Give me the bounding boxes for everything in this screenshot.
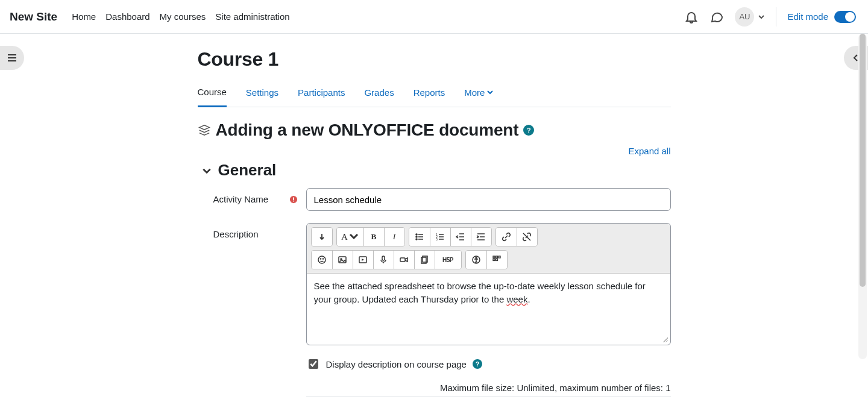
indent-icon[interactable] <box>471 228 491 246</box>
tab-grades[interactable]: Grades <box>364 80 394 107</box>
tab-participants[interactable]: Participants <box>298 80 345 107</box>
svg-point-27 <box>322 259 323 259</box>
site-brand[interactable]: New Site <box>10 10 57 24</box>
description-label-col: Description <box>198 223 306 397</box>
svg-rect-41 <box>493 259 495 261</box>
chevron-down-icon <box>487 89 493 95</box>
svg-text:3: 3 <box>436 237 438 241</box>
nav-divider <box>776 7 776 27</box>
svg-rect-4 <box>293 198 294 200</box>
activity-name-label-col: Activity Name <box>198 188 306 211</box>
edit-mode-toggle[interactable] <box>834 11 856 23</box>
record-video-icon[interactable] <box>394 251 414 269</box>
editor-resize-handle[interactable] <box>307 337 670 345</box>
numbered-list-icon[interactable]: 123 <box>430 228 450 246</box>
activity-type-icon <box>198 124 211 137</box>
nav-home[interactable]: Home <box>72 11 96 22</box>
user-avatar: AU <box>735 7 754 27</box>
description-label: Description <box>213 229 259 239</box>
emoji-icon[interactable] <box>312 251 332 269</box>
expand-all-row: Expand all <box>198 146 671 156</box>
paragraph-style-icon[interactable]: A <box>337 228 363 246</box>
manage-files-icon[interactable] <box>414 251 435 269</box>
page-body: Course 1 Course Settings Participants Gr… <box>0 34 868 414</box>
messages-icon[interactable] <box>709 10 724 24</box>
svg-line-24 <box>523 233 530 240</box>
description-text-spellerr: week <box>506 294 527 304</box>
activity-name-input-col <box>306 188 671 211</box>
svg-rect-39 <box>496 256 498 258</box>
outdent-icon[interactable] <box>450 228 471 246</box>
chevron-down-icon <box>758 13 765 20</box>
svg-point-26 <box>320 259 321 259</box>
nav-right: AU Edit mode <box>684 7 856 27</box>
media-icon[interactable] <box>353 251 373 269</box>
tab-reports[interactable]: Reports <box>414 80 445 107</box>
rich-text-editor: A B I 123 <box>306 223 671 345</box>
course-tabs: Course Settings Participants Grades Repo… <box>198 80 671 107</box>
accessibility-checker-icon[interactable] <box>466 251 486 269</box>
form-heading: Adding a new ONLYOFFICE document ? <box>198 121 671 140</box>
tab-more[interactable]: More <box>464 80 493 107</box>
primary-nav: Home Dashboard My courses Site administr… <box>72 11 290 22</box>
link-icon[interactable] <box>496 228 517 246</box>
notifications-icon[interactable] <box>684 10 699 24</box>
italic-icon[interactable]: I <box>384 228 404 246</box>
activity-name-input[interactable] <box>306 188 671 211</box>
svg-point-37 <box>476 257 477 259</box>
expand-all-link[interactable]: Expand all <box>628 146 670 156</box>
svg-rect-40 <box>498 256 500 258</box>
help-icon[interactable]: ? <box>473 359 482 369</box>
description-textarea[interactable]: See the attached spreadsheet to browse t… <box>307 274 670 337</box>
svg-point-10 <box>416 239 417 240</box>
description-text-suffix: . <box>527 294 530 304</box>
bold-icon[interactable]: B <box>363 228 384 246</box>
tab-settings[interactable]: Settings <box>246 80 278 107</box>
main-container: Course 1 Course Settings Participants Gr… <box>198 34 671 397</box>
toolbar-toggle-icon[interactable] <box>312 228 332 246</box>
display-description-row: Display description on course page ? <box>306 357 671 371</box>
svg-rect-38 <box>493 256 495 258</box>
h5p-icon[interactable]: H5P <box>435 251 461 269</box>
nav-dashboard[interactable]: Dashboard <box>105 11 149 22</box>
display-description-checkbox[interactable] <box>309 359 318 369</box>
bullet-list-icon[interactable] <box>409 228 430 246</box>
section-general-header[interactable]: General <box>198 161 671 180</box>
section-general-title: General <box>218 161 277 180</box>
edit-mode-label: Edit mode <box>787 11 828 22</box>
screen-reader-helper-icon[interactable] <box>486 251 507 269</box>
record-audio-icon[interactable] <box>373 251 394 269</box>
svg-point-8 <box>416 236 417 237</box>
file-upload-hint: Maximum file size: Unlimited, maximum nu… <box>306 383 671 397</box>
display-description-label: Display description on course page <box>326 359 467 369</box>
top-navbar: New Site Home Dashboard My courses Site … <box>0 0 868 34</box>
edit-mode-control: Edit mode <box>787 11 856 23</box>
description-text-prefix: See the attached spreadsheet to browse t… <box>314 281 646 304</box>
user-menu[interactable]: AU <box>735 7 765 27</box>
svg-point-6 <box>416 234 417 235</box>
activity-name-label: Activity Name <box>213 194 269 204</box>
svg-rect-31 <box>382 256 385 260</box>
required-icon <box>289 195 298 204</box>
editor-toolbar: A B I 123 <box>307 224 670 274</box>
help-icon[interactable]: ? <box>523 125 534 136</box>
description-row: Description A B I <box>198 223 671 397</box>
course-title: Course 1 <box>198 48 671 71</box>
description-input-col: A B I 123 <box>306 223 671 397</box>
activity-name-row: Activity Name <box>198 188 671 211</box>
tab-more-label: More <box>464 87 485 98</box>
image-icon[interactable] <box>332 251 353 269</box>
nav-site-admin[interactable]: Site administration <box>215 11 289 22</box>
svg-rect-33 <box>400 258 405 262</box>
unlink-icon[interactable] <box>517 228 537 246</box>
svg-rect-5 <box>293 201 294 202</box>
svg-rect-42 <box>496 259 498 261</box>
svg-point-25 <box>318 256 326 263</box>
chevron-down-icon <box>201 165 212 176</box>
tab-course[interactable]: Course <box>198 81 227 107</box>
nav-my-courses[interactable]: My courses <box>160 11 206 22</box>
form-heading-text: Adding a new ONLYOFFICE document <box>216 121 519 140</box>
